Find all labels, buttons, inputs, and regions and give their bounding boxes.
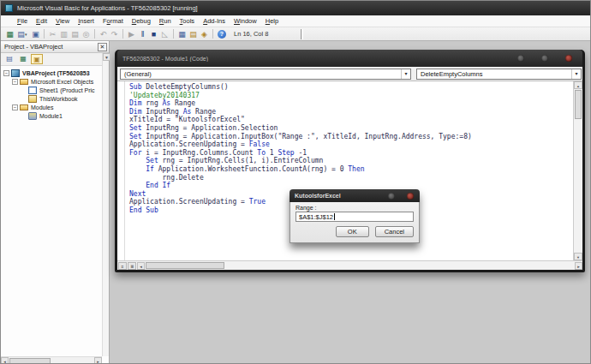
tree-item-label: Modules (31, 104, 53, 110)
tree-item-vbaproject-tf5620853[interactable]: −VBAProject (TF5620853 (1, 69, 102, 77)
menu-debug[interactable]: Debug (128, 17, 155, 25)
menu-view[interactable]: View (51, 17, 74, 25)
code-horizontal-scrollbar[interactable]: ≡ ≣ ◂ ▸ (117, 260, 582, 270)
paste-icon[interactable]: ▤ (69, 29, 81, 39)
menu-add-ins[interactable]: Add-Ins (199, 17, 230, 25)
redo-icon[interactable]: ↷ (109, 29, 120, 39)
menu-bar: FileEditViewInsertFormatDebugRunToolsAdd… (1, 15, 591, 27)
margin-indicator-bar[interactable] (117, 81, 125, 260)
scrollbar-thumb[interactable] (146, 262, 224, 269)
reset-icon[interactable]: ■ (148, 29, 159, 39)
procedure-view-icon[interactable]: ≡ (118, 262, 127, 270)
project-horizontal-scrollbar[interactable]: ◂ ▸ (1, 356, 102, 364)
code-line: xTitleId = "KutoolsforExcel" (129, 116, 571, 124)
project-vertical-scrollbar[interactable]: ▼ (102, 53, 109, 356)
cut-icon[interactable]: ✂ (47, 29, 58, 39)
toolbar-handle[interactable] (301, 29, 303, 39)
code-vertical-scrollbar[interactable]: ▲ ▼ (573, 81, 582, 260)
dialog-titlebar[interactable]: KutoolsforExcel (290, 189, 420, 202)
view-code-icon[interactable]: ▤ (3, 54, 15, 64)
menu-tools[interactable]: Tools (176, 17, 200, 25)
dialog-buttons: OK Cancel (296, 226, 414, 237)
break-icon[interactable]: ‖ (137, 29, 148, 39)
scroll-right-icon[interactable]: ▸ (575, 262, 582, 270)
collapse-icon[interactable]: − (3, 70, 9, 76)
minimize-icon[interactable] (517, 55, 524, 62)
close-icon[interactable]: ✕ (98, 43, 107, 51)
workbook-icon (28, 95, 37, 103)
ok-button[interactable]: OK (336, 226, 369, 237)
copy-icon[interactable]: ▥ (58, 29, 69, 39)
dialog-body: Range : $A$1:$J$12 OK Cancel (290, 202, 420, 243)
insert-userform-icon[interactable]: ▤ (15, 29, 27, 39)
toolbar-separator (212, 29, 213, 39)
standard-toolbar: ▦▤▾▣✂▥▤◎↶↷▶‖■◺▦▤◈?Ln 16, Col 8 (1, 27, 591, 41)
close-icon[interactable] (407, 193, 414, 200)
chevron-down-icon[interactable]: ▾ (401, 69, 410, 79)
run-macro-icon[interactable]: ▶ (126, 29, 137, 39)
project-icon (11, 69, 20, 77)
help-icon[interactable]: ? (218, 30, 226, 39)
range-input[interactable]: $A$1:$J$12 (296, 212, 414, 222)
code-line: rng.Delete (129, 174, 571, 182)
menu-insert[interactable]: Insert (74, 17, 98, 25)
code-line: Dim rng As Range (129, 99, 571, 108)
cancel-button[interactable]: Cancel (375, 226, 414, 237)
folder-icon (20, 104, 28, 110)
toolbar-separator (173, 29, 174, 39)
save-icon[interactable]: ▣ (30, 29, 41, 39)
full-module-view-icon[interactable]: ≣ (128, 262, 136, 270)
toolbar-separator (44, 29, 45, 39)
object-dropdown[interactable]: (General) ▾ (120, 69, 411, 80)
project-panel-title: Project - VBAProject (4, 43, 63, 51)
tree-item-label: Sheet1 (Product Pric (39, 87, 95, 93)
project-tree: −VBAProject (TF5620853−Microsoft Excel O… (1, 67, 102, 356)
procedure-dropdown[interactable]: DeleteEmptyColumns ▾ (416, 69, 582, 80)
tree-item-module1[interactable]: Module1 (1, 111, 102, 120)
view-microsoft-excel-icon[interactable]: ▦ (4, 29, 15, 39)
collapse-icon[interactable]: − (12, 104, 18, 110)
code-line: If Application.WorksheetFunction.CountA(… (129, 165, 571, 174)
menu-edit[interactable]: Edit (32, 17, 51, 25)
scrollbar-thumb[interactable] (575, 90, 582, 119)
design-mode-icon[interactable]: ◺ (159, 29, 170, 39)
scrollbar-thumb[interactable] (9, 358, 51, 364)
menu-run[interactable]: Run (155, 17, 176, 25)
menu-format[interactable]: Format (98, 17, 128, 25)
tree-item-microsoft-excel-objects[interactable]: −Microsoft Excel Objects (1, 77, 102, 86)
find-icon[interactable]: ◎ (81, 29, 92, 39)
scroll-down-icon[interactable]: ▼ (574, 253, 582, 260)
menu-help[interactable]: Help (261, 17, 283, 25)
project-panel-header: Project - VBAProject ✕ (1, 41, 109, 53)
scroll-left-icon[interactable]: ◂ (137, 262, 145, 270)
menu-file[interactable]: File (13, 17, 32, 25)
tree-item-sheet1-product-pric[interactable]: Sheet1 (Product Pric (1, 86, 102, 94)
window-title: Microsoft Visual Basic for Applications … (17, 4, 198, 12)
folder-icon (20, 79, 28, 85)
tree-item-label: VBAProject (TF5620853 (22, 70, 90, 76)
code-window-title: TF562085302 - Module1 (Code) (122, 56, 500, 62)
text-caret (334, 213, 335, 220)
scroll-right-icon[interactable]: ▸ (94, 357, 102, 364)
collapse-icon[interactable]: − (12, 79, 18, 85)
properties-window-icon[interactable]: ▤ (188, 29, 199, 39)
menu-window[interactable]: Window (230, 17, 261, 25)
code-line: Dim InputRng As Range (129, 108, 571, 116)
chevron-down-icon[interactable]: ▾ (571, 69, 581, 79)
project-panel-toolbar: ▤▦▣ (1, 53, 109, 66)
undo-icon[interactable]: ↶ (98, 29, 109, 39)
code-line: Set InputRng = Application.InputBox("Ran… (129, 133, 571, 141)
close-icon[interactable] (565, 55, 572, 62)
code-window-titlebar[interactable]: TF562085302 - Module1 (Code) (117, 50, 582, 67)
tree-item-modules[interactable]: −Modules (1, 103, 102, 111)
maximize-icon[interactable] (541, 55, 548, 62)
scroll-up-icon[interactable]: ▲ (574, 81, 582, 89)
project-explorer-icon[interactable]: ▦ (176, 29, 188, 39)
toggle-folders-icon[interactable]: ▣ (31, 54, 43, 64)
tree-item-label: Microsoft Excel Objects (31, 79, 93, 85)
view-object-icon[interactable]: ▦ (17, 54, 29, 64)
tree-item-thisworkbook[interactable]: ThisWorkbook (1, 94, 102, 103)
scroll-left-icon[interactable]: ◂ (1, 357, 9, 364)
help-icon[interactable] (388, 193, 395, 200)
object-browser-icon[interactable]: ◈ (199, 29, 210, 39)
